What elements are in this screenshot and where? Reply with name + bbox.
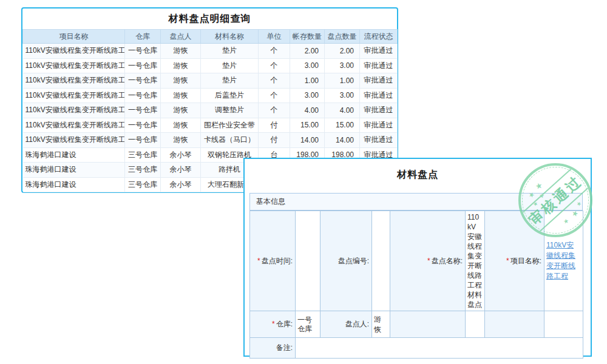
person-cell: 余小琴 bbox=[161, 177, 201, 192]
check-name-label: *盘点名称: bbox=[390, 211, 466, 311]
empty-label-cell bbox=[390, 311, 466, 338]
warehouse-cell: 一号仓库 bbox=[125, 118, 161, 133]
status-cell: 审批通过 bbox=[360, 118, 398, 133]
warehouse-cell: 三号仓库 bbox=[125, 163, 161, 178]
check-no-value bbox=[372, 211, 390, 311]
table-row: 110kV安徽线程集变开断线路工程 一号仓库 游恢 调整垫片 个 4.00 4.… bbox=[23, 103, 398, 118]
material-cell: 卡线器（马口） bbox=[201, 133, 259, 148]
project-value-link[interactable]: 110kV安徽线程集变开断线路工程 bbox=[546, 241, 575, 280]
unit-cell: 个 bbox=[259, 103, 290, 118]
table-row: 110kV安徽线程集变开断线路工程 一号仓库 游恢 垫片 个 1.00 1.00… bbox=[23, 73, 398, 89]
book-qty-cell: 14.00 bbox=[290, 133, 325, 148]
unit-cell: 付 bbox=[259, 133, 290, 148]
person-cell: 游恢 bbox=[161, 118, 201, 133]
person-cell: 游恢 bbox=[161, 88, 201, 103]
person-cell: 游恢 bbox=[161, 44, 201, 59]
person-cell: 游恢 bbox=[161, 103, 201, 118]
count-qty-cell: 1.00 bbox=[325, 73, 360, 89]
person-cell: 余小琴 bbox=[161, 163, 201, 178]
count-qty-cell: 14.00 bbox=[325, 133, 360, 148]
status-cell: 审批通过 bbox=[360, 103, 398, 118]
form-row-2: *仓库: 一号仓库 盘点人: 游恢 bbox=[250, 311, 583, 338]
check-no-label: 盘点编号: bbox=[320, 211, 372, 311]
project-name-link[interactable]: 110kV安徽线程集变开断线路工程 bbox=[23, 58, 125, 73]
column-header: 项目名称 bbox=[23, 30, 125, 44]
column-header: 单位 bbox=[259, 30, 290, 44]
unit-cell: 个 bbox=[259, 73, 290, 89]
warehouse-label: *仓库: bbox=[250, 311, 296, 338]
warehouse-cell: 一号仓库 bbox=[125, 133, 161, 148]
column-header: 帐存数量 bbox=[290, 30, 325, 44]
warehouse-cell: 一号仓库 bbox=[125, 88, 161, 103]
book-qty-cell: 3.00 bbox=[290, 88, 325, 103]
column-header: 材料名称 bbox=[201, 30, 259, 44]
detail-panel: 材料盘点 基本信息 *盘点时间: 盘点编号: *盘点名称: 110kV安徽线程集… bbox=[243, 158, 592, 357]
column-header: 盘点数量 bbox=[325, 30, 360, 44]
warehouse-cell: 一号仓库 bbox=[125, 44, 161, 59]
detail-form-table: *盘点时间: 盘点编号: *盘点名称: 110kV安徽线程集变开断线路工程材料盘… bbox=[249, 211, 583, 359]
warehouse-cell: 一号仓库 bbox=[125, 58, 161, 73]
project-name-link[interactable]: 110kV安徽线程集变开断线路工程 bbox=[23, 88, 125, 103]
remark-value bbox=[296, 338, 583, 359]
person-value: 游恢 bbox=[372, 311, 390, 338]
form-row-1: *盘点时间: 盘点编号: *盘点名称: 110kV安徽线程集变开断线路工程材料盘… bbox=[250, 211, 583, 311]
required-marker: * bbox=[506, 257, 509, 265]
form-row-3: 备注: bbox=[250, 338, 583, 359]
project-name-link[interactable]: 珠海鹤港口建设 bbox=[23, 163, 125, 178]
table-row: 110kV安徽线程集变开断线路工程 一号仓库 游恢 卡线器（马口） 付 14.0… bbox=[23, 133, 398, 148]
required-marker: * bbox=[427, 257, 430, 265]
book-qty-cell: 1.00 bbox=[290, 73, 325, 89]
material-cell: 垫片 bbox=[201, 73, 259, 89]
column-header: 流程状态 bbox=[360, 30, 398, 44]
column-header: 盘点人 bbox=[161, 30, 201, 44]
remark-label: 备注: bbox=[250, 338, 296, 359]
status-cell: 审批通过 bbox=[360, 44, 398, 59]
project-name-link[interactable]: 110kV安徽线程集变开断线路工程 bbox=[23, 73, 125, 89]
book-qty-cell: 3.00 bbox=[290, 58, 325, 73]
project-name-link[interactable]: 110kV安徽线程集变开断线路工程 bbox=[23, 118, 125, 133]
status-cell: 审批通过 bbox=[360, 58, 398, 73]
empty-value-cell bbox=[544, 311, 583, 338]
person-cell: 余小琴 bbox=[161, 147, 201, 163]
project-name-link[interactable]: 110kV安徽线程集变开断线路工程 bbox=[23, 44, 125, 59]
count-qty-cell: 15.00 bbox=[325, 118, 360, 133]
query-table-header-row: 项目名称仓库盘点人材料名称单位帐存数量盘点数量流程状态 bbox=[23, 30, 398, 44]
required-marker: * bbox=[272, 320, 275, 328]
status-cell: 审批通过 bbox=[360, 133, 398, 148]
person-label: 盘点人: bbox=[320, 311, 372, 338]
empty-label-cell bbox=[485, 311, 544, 338]
project-name-link[interactable]: 珠海鹤港口建设 bbox=[23, 177, 125, 192]
warehouse-cell: 三号仓库 bbox=[125, 147, 161, 163]
detail-panel-title: 材料盘点 bbox=[245, 169, 591, 181]
count-qty-cell: 3.00 bbox=[325, 88, 360, 103]
project-label: *项目名称: bbox=[485, 211, 544, 311]
project-value-cell: 110kV安徽线程集变开断线路工程 bbox=[544, 211, 583, 311]
material-cell: 后盖垫片 bbox=[201, 88, 259, 103]
material-cell: 垫片 bbox=[201, 58, 259, 73]
book-qty-cell: 15.00 bbox=[290, 118, 325, 133]
project-name-link[interactable]: 110kV安徽线程集变开断线路工程 bbox=[23, 103, 125, 118]
unit-cell: 个 bbox=[259, 88, 290, 103]
table-row: 110kV安徽线程集变开断线路工程 一号仓库 游恢 围栏作业安全带 付 15.0… bbox=[23, 118, 398, 133]
check-time-value bbox=[296, 211, 320, 311]
project-name-link[interactable]: 珠海鹤港口建设 bbox=[23, 147, 125, 163]
person-cell: 游恢 bbox=[161, 133, 201, 148]
warehouse-cell: 一号仓库 bbox=[125, 73, 161, 89]
book-qty-cell: 2.00 bbox=[290, 44, 325, 59]
warehouse-value: 一号仓库 bbox=[296, 311, 320, 338]
table-row: 110kV安徽线程集变开断线路工程 一号仓库 游恢 后盖垫片 个 3.00 3.… bbox=[23, 88, 398, 103]
material-cell: 垫片 bbox=[201, 44, 259, 59]
status-cell: 审批通过 bbox=[360, 88, 398, 103]
table-row: 110kV安徽线程集变开断线路工程 一号仓库 游恢 垫片 个 3.00 3.00… bbox=[23, 58, 398, 73]
project-name-link[interactable]: 110kV安徽线程集变开断线路工程 bbox=[23, 133, 125, 148]
material-cell: 调整垫片 bbox=[201, 103, 259, 118]
count-qty-cell: 4.00 bbox=[325, 103, 360, 118]
check-time-label: *盘点时间: bbox=[250, 211, 296, 311]
warehouse-cell: 一号仓库 bbox=[125, 103, 161, 118]
table-row: 110kV安徽线程集变开断线路工程 一号仓库 游恢 垫片 个 2.00 2.00… bbox=[23, 44, 398, 59]
count-qty-cell: 2.00 bbox=[325, 44, 360, 59]
unit-cell: 个 bbox=[259, 58, 290, 73]
check-name-value: 110kV安徽线程集变开断线路工程材料盘点 bbox=[466, 211, 485, 311]
material-cell: 围栏作业安全带 bbox=[201, 118, 259, 133]
book-qty-cell: 4.00 bbox=[290, 103, 325, 118]
